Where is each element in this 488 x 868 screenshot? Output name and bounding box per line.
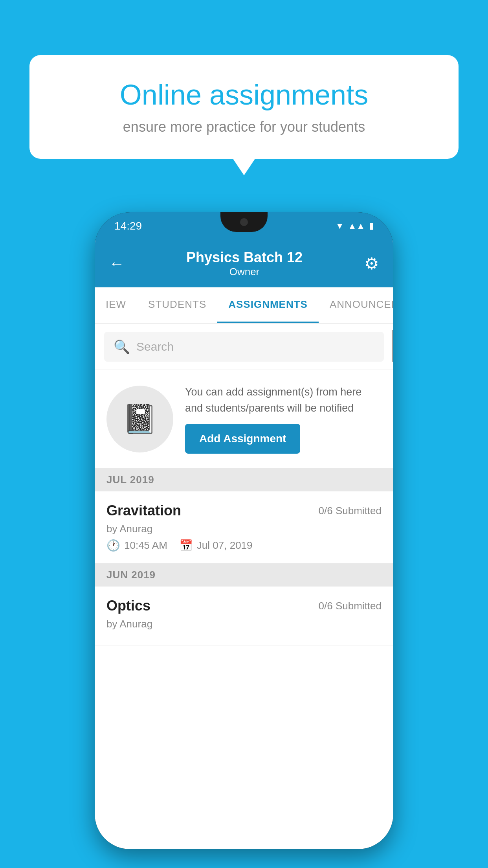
promo-description: You can add assignment(s) from here and …: [185, 384, 382, 416]
tab-assignments[interactable]: ASSIGNMENTS: [217, 287, 319, 323]
calendar-icon: 📅: [179, 539, 193, 552]
notebook-icon: 📓: [122, 402, 158, 436]
submitted-badge-optics: 0/6 Submitted: [319, 600, 382, 612]
phone-frame: 14:29 ▼ ▲▲ ▮ ← Physics Batch 12 Owner ⚙ …: [95, 212, 393, 849]
tab-overview[interactable]: IEW: [95, 287, 137, 323]
header-subtitle: Owner: [186, 266, 303, 278]
header-title: Physics Batch 12: [186, 249, 303, 266]
assignment-title-optics: Optics: [106, 598, 150, 614]
tab-students[interactable]: STUDENTS: [137, 287, 217, 323]
assignment-meta-optics: by Anurag: [106, 618, 382, 630]
time-value-gravitation: 10:45 AM: [124, 539, 167, 552]
status-icons: ▼ ▲▲ ▮: [336, 221, 374, 231]
tabs-bar: IEW STUDENTS ASSIGNMENTS ANNOUNCEMENTS: [95, 287, 393, 324]
settings-icon[interactable]: ⚙: [364, 254, 379, 273]
promo-text-block: You can add assignment(s) from here and …: [185, 384, 382, 454]
submitted-badge-gravitation: 0/6 Submitted: [319, 505, 382, 517]
section-label-jul: JUL 2019: [106, 474, 154, 485]
promo-icon-circle: 📓: [106, 386, 173, 452]
search-icon: 🔍: [114, 339, 130, 355]
back-button[interactable]: ←: [109, 255, 125, 272]
date-info-gravitation: 📅 Jul 07, 2019: [179, 539, 253, 552]
section-label-jun: JUN 2019: [106, 569, 156, 581]
speech-bubble-container: Online assignments ensure more practice …: [29, 55, 459, 159]
phone-content: ← Physics Batch 12 Owner ⚙ IEW STUDENTS …: [95, 240, 393, 849]
time-info-gravitation: 🕐 10:45 AM: [106, 539, 167, 552]
clock-icon: 🕐: [106, 539, 120, 552]
assignment-item-optics[interactable]: Optics 0/6 Submitted by Anurag: [95, 587, 393, 645]
date-value-gravitation: Jul 07, 2019: [197, 539, 253, 552]
assignment-title-gravitation: Gravitation: [106, 502, 181, 519]
speech-bubble-subtitle: ensure more practice for your students: [57, 119, 431, 135]
power-button: [393, 330, 393, 362]
assignment-header-row: Gravitation 0/6 Submitted: [106, 502, 382, 519]
wifi-icon: ▼: [336, 221, 344, 231]
status-time: 14:29: [114, 220, 142, 232]
speech-bubble: Online assignments ensure more practice …: [29, 55, 459, 159]
tab-announcements[interactable]: ANNOUNCEMENTS: [319, 287, 393, 323]
app-header: ← Physics Batch 12 Owner ⚙: [95, 240, 393, 287]
promo-section: 📓 You can add assignment(s) from here an…: [95, 370, 393, 468]
section-divider-jul: JUL 2019: [95, 468, 393, 491]
battery-icon: ▮: [369, 221, 374, 231]
assignment-time-row-gravitation: 🕐 10:45 AM 📅 Jul 07, 2019: [106, 539, 382, 552]
assignment-header-row-optics: Optics 0/6 Submitted: [106, 598, 382, 614]
section-divider-jun: JUN 2019: [95, 563, 393, 587]
add-assignment-button[interactable]: Add Assignment: [185, 424, 300, 454]
assignment-item-gravitation[interactable]: Gravitation 0/6 Submitted by Anurag 🕐 10…: [95, 491, 393, 563]
search-bar[interactable]: 🔍 Search: [104, 332, 384, 362]
phone-notch: [220, 212, 268, 232]
front-camera: [240, 218, 248, 226]
assignment-meta-gravitation: by Anurag: [106, 523, 382, 535]
search-placeholder: Search: [136, 340, 174, 353]
status-bar: 14:29 ▼ ▲▲ ▮: [95, 212, 393, 240]
search-container: 🔍 Search: [95, 324, 393, 370]
speech-bubble-title: Online assignments: [57, 79, 431, 111]
signal-icon: ▲▲: [348, 221, 365, 231]
header-title-block: Physics Batch 12 Owner: [186, 249, 303, 278]
